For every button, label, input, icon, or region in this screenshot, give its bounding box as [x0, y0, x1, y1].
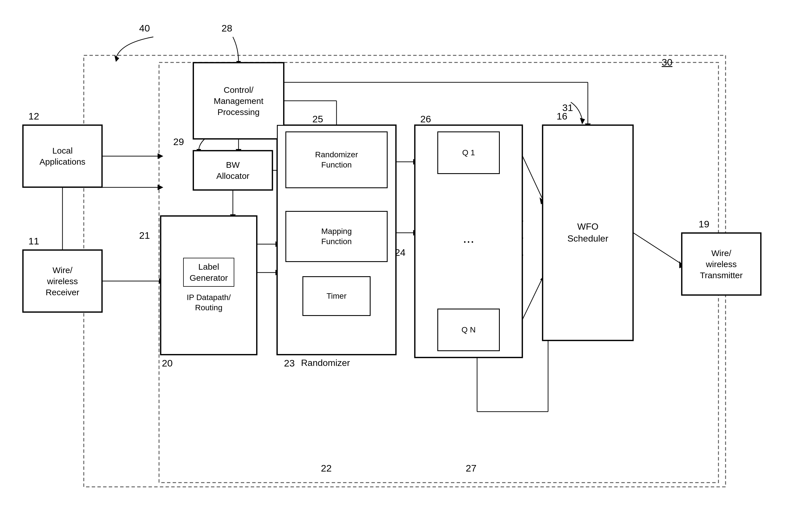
local-applications-box: Local Applications [23, 125, 102, 187]
wire-wireless-receiver-box: Wire/ wireless Receiver [23, 250, 102, 312]
ip-datapath-box: Label Generator IP Datapath/ Routing [160, 216, 257, 355]
randomizer-function-label: Randomizer Function [315, 150, 358, 170]
wire-wireless-transmitter-label: Wire/ wireless Transmitter [700, 248, 743, 281]
mapping-function-box: Mapping Function [285, 211, 387, 262]
queue-area-box: Q 1 ··· Q N [415, 125, 523, 358]
ref-21-label: 21 [139, 230, 150, 241]
ip-datapath-label: IP Datapath/ Routing [187, 292, 231, 313]
wire-wireless-transmitter-box: Wire/ wireless Transmitter [682, 233, 761, 295]
svg-line-56 [523, 156, 542, 199]
ref-12-label: 12 [29, 111, 39, 122]
ref-22-label: 22 [321, 463, 332, 474]
qn-box: Q N [437, 309, 500, 351]
randomizer-outer-box: Randomizer Function Mapping Function Tim… [277, 125, 396, 355]
svg-marker-72 [580, 118, 585, 124]
diagram-svg: · · · [0, 0, 794, 532]
ref-20-label: 20 [162, 358, 173, 369]
ref-16-label: 16 [556, 111, 567, 122]
svg-line-58 [523, 278, 542, 319]
ref-28-label: 28 [222, 23, 232, 34]
ref-23-label: 23 [284, 358, 295, 369]
timer-box: Timer [302, 276, 371, 316]
wfo-scheduler-label: WFO Scheduler [567, 221, 608, 244]
ref-40-label: 40 [139, 23, 150, 34]
mapping-function-label: Mapping Function [321, 226, 352, 247]
wfo-scheduler-box: WFO Scheduler [542, 125, 633, 341]
randomizer-text-label: Randomizer [301, 358, 350, 368]
q1-label: Q 1 [462, 148, 475, 158]
diagram: · · · [0, 0, 794, 532]
ref-27-label: 27 [466, 463, 476, 474]
ref-26-label: 26 [420, 114, 431, 125]
randomizer-function-box: Randomizer Function [285, 131, 387, 188]
control-management-box: Control/ Management Processing [193, 62, 284, 139]
q1-box: Q 1 [437, 131, 500, 174]
bw-allocator-box: BW Allocator [193, 150, 272, 190]
label-generator-label: Label Generator [183, 258, 234, 287]
timer-label: Timer [326, 291, 347, 301]
ref-24-label: 24 [395, 247, 405, 258]
ref-29-label: 29 [173, 136, 184, 147]
qn-label: Q N [461, 325, 476, 335]
queue-dots: ··· [463, 234, 474, 248]
ref-30-label: 30 [662, 57, 673, 68]
wire-wireless-receiver-label: Wire/ wireless Receiver [46, 265, 79, 298]
local-applications-label: Local Applications [39, 145, 86, 167]
ref-11-label: 11 [29, 235, 39, 247]
ref-19-label: 19 [699, 218, 710, 230]
bw-allocator-label: BW Allocator [216, 159, 250, 182]
svg-marker-29 [157, 153, 163, 159]
svg-marker-27 [157, 185, 163, 190]
ref-25-label: 25 [313, 114, 323, 125]
svg-line-60 [633, 233, 682, 264]
control-management-label: Control/ Management Processing [213, 84, 263, 117]
